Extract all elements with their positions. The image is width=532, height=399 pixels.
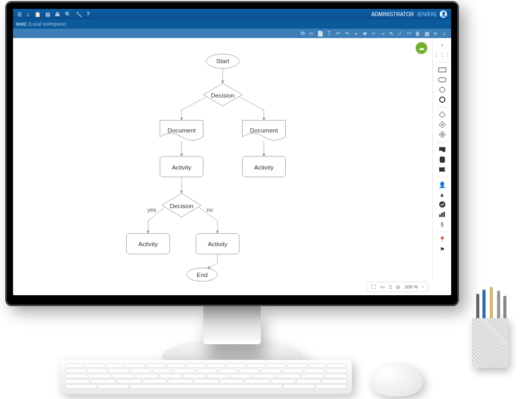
zoom-level[interactable]: 100 %: [404, 284, 418, 289]
trash-icon[interactable]: 🗑: [415, 31, 420, 36]
search-icon[interactable]: 🔍: [65, 11, 71, 17]
node-doc1-label: Document: [167, 127, 196, 134]
app-screen: ☰ ⌂ 📋 ▤ 🖶 🔍 🔧 ? ADMINISTRATOR (EN/EN) 👤 …: [13, 9, 451, 295]
tab-workspace: (Local workspace): [29, 21, 67, 27]
palette-circle[interactable]: [437, 86, 448, 93]
edge-label-no: no: [207, 207, 213, 213]
tab-name[interactable]: test2: [16, 21, 27, 27]
palette-triangle[interactable]: ▲: [437, 191, 448, 198]
svg-rect-14: [443, 212, 445, 217]
palette-bars[interactable]: [437, 211, 448, 218]
target-icon[interactable]: ◎: [396, 284, 400, 289]
palette-section[interactable]: §: [437, 221, 448, 228]
palette-flag[interactable]: ⚑: [437, 246, 448, 253]
print-icon[interactable]: 🖶: [55, 11, 60, 17]
edit-toolbar: ⧉ ✂ 📄 T ↶ ↷ ⋄ ❖ ＋ ⇢ ✎ ／ ᵡᴬ 🗑 ▦ ≡ ✓: [13, 29, 451, 38]
svg-rect-0: [439, 68, 446, 72]
main-menu-bar: ☰ ⌂ 📋 ▤ 🖶 🔍 🔧 ? ADMINISTRATOR (EN/EN) 👤: [13, 9, 451, 19]
palette-document[interactable]: [437, 146, 448, 153]
palette-rounded-rect[interactable]: [437, 76, 448, 83]
svg-rect-13: [441, 213, 443, 217]
layers-icon[interactable]: ❖: [362, 31, 367, 36]
fullscreen-icon[interactable]: ⛶: [371, 284, 376, 289]
fit-width-icon[interactable]: ▭: [380, 284, 385, 289]
document-tab-bar: test2 (Local workspace): [13, 19, 451, 29]
clipboard-icon[interactable]: 📋: [34, 11, 41, 17]
wrench-icon[interactable]: 🔧: [76, 11, 82, 17]
palette-divider: [437, 142, 448, 142]
chevron-right-icon[interactable]: ›: [422, 284, 424, 289]
pen-cup: [467, 289, 514, 368]
palette-database[interactable]: [437, 156, 448, 163]
svg-point-3: [440, 97, 445, 102]
grid-icon[interactable]: ▦: [424, 31, 429, 36]
palette-divider: [437, 232, 448, 232]
lang-label[interactable]: (EN/EN): [417, 11, 437, 17]
paste-icon[interactable]: 📄: [318, 31, 323, 36]
node-doc2-label: Document: [250, 127, 279, 134]
text-icon[interactable]: T: [327, 31, 332, 36]
link-icon[interactable]: ⇢: [380, 31, 385, 36]
mouse: [370, 365, 422, 396]
flowchart-svg: yes no Start Decision Document Document: [13, 38, 432, 295]
node-start-label: Start: [216, 57, 230, 65]
edge-label-yes: yes: [148, 207, 156, 213]
monitor-neck: [203, 303, 261, 344]
edge-act4-end: [207, 254, 217, 269]
check-icon[interactable]: ✓: [442, 31, 447, 36]
svg-rect-1: [439, 78, 446, 82]
edge-dec1-doc2: [235, 94, 264, 120]
node-dec2-label: Decision: [170, 202, 193, 210]
shape-palette: ‹ ⋮⋮⋮ 👤 ▲ §: [432, 38, 451, 281]
home-icon[interactable]: ⌂: [27, 11, 30, 17]
palette-check[interactable]: [437, 201, 448, 208]
help-icon[interactable]: ?: [87, 11, 90, 17]
svg-rect-12: [439, 214, 441, 217]
filter-icon[interactable]: ≡: [433, 31, 438, 36]
fit-page-icon[interactable]: ▯: [389, 284, 392, 289]
palette-note[interactable]: [437, 166, 448, 173]
node-act3-label: Activity: [138, 240, 158, 248]
palette-grid-icon[interactable]: ⋮⋮⋮: [437, 51, 448, 58]
book-icon[interactable]: ▤: [45, 11, 50, 17]
node-dec1-label: Decision: [211, 92, 234, 99]
xa-icon[interactable]: ᵡᴬ: [406, 31, 412, 36]
canvas-area: ☁: [13, 38, 451, 295]
palette-collapse-icon[interactable]: ‹: [437, 41, 448, 49]
palette-divider: [437, 177, 448, 177]
undo-icon[interactable]: ↶: [335, 31, 341, 36]
edge-dec1-doc1: [182, 94, 210, 120]
zoom-bar: ⛶ ▭ ▯ ◎ 100 % ›: [367, 282, 428, 292]
node-act2-label: Activity: [254, 164, 274, 171]
menu-icon[interactable]: ☰: [17, 11, 22, 17]
user-label[interactable]: ADMINISTRATOR: [371, 11, 414, 17]
keyboard: [60, 360, 352, 394]
palette-person[interactable]: 👤: [437, 181, 448, 188]
code-icon[interactable]: ⋄: [353, 31, 358, 36]
palette-pin[interactable]: 📍: [437, 236, 448, 243]
avatar[interactable]: 👤: [440, 10, 447, 18]
pencil-icon[interactable]: ✎: [389, 31, 394, 36]
redo-icon[interactable]: ↷: [344, 31, 349, 36]
node-end-label: End: [197, 271, 208, 279]
palette-diamond-plus[interactable]: [437, 131, 448, 138]
line-icon[interactable]: ／: [397, 31, 403, 36]
svg-point-2: [440, 87, 445, 92]
palette-divider: [437, 62, 448, 63]
plus-icon[interactable]: ＋: [371, 31, 376, 36]
svg-marker-4: [439, 112, 445, 118]
cut-icon[interactable]: ✂: [309, 31, 314, 36]
svg-point-6: [441, 124, 443, 126]
node-act1-label: Activity: [172, 164, 191, 171]
palette-diamond[interactable]: [437, 121, 448, 128]
diagram-canvas[interactable]: yes no Start Decision Document Document: [13, 38, 432, 295]
palette-diamond-small[interactable]: [437, 111, 448, 118]
palette-rect[interactable]: [437, 66, 448, 74]
monitor-frame: ☰ ⌂ 📋 ▤ 🖶 🔍 🔧 ? ADMINISTRATOR (EN/EN) 👤 …: [5, 1, 459, 306]
node-act4-label: Activity: [208, 240, 227, 248]
palette-divider: [437, 107, 448, 107]
copy-icon[interactable]: ⧉: [300, 31, 305, 36]
palette-ring[interactable]: [437, 96, 448, 103]
